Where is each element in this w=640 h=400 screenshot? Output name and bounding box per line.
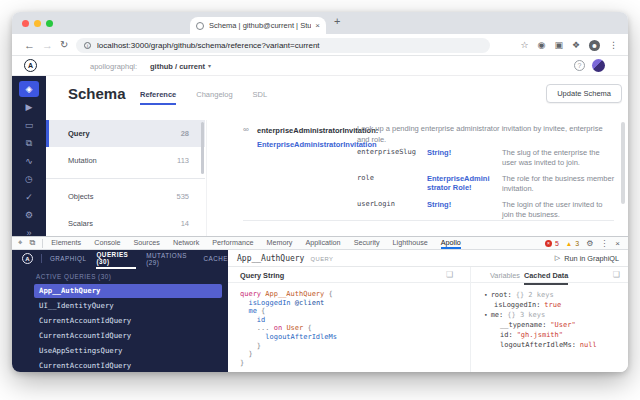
maximize-window-button[interactable]: [46, 20, 53, 27]
fields-icon[interactable]: ▭: [19, 117, 39, 133]
query-list-item[interactable]: CurrentAccountIdQuery: [34, 359, 222, 372]
graph-selector[interactable]: github / current: [150, 62, 205, 71]
devtools-toolbar: ⌖ ⧉ ElementsConsoleSourcesNetworkPerform…: [12, 236, 628, 250]
apollo-nav-cache[interactable]: CACHE: [203, 252, 228, 264]
code-line: }: [240, 350, 337, 359]
history-icon[interactable]: ◷: [19, 171, 39, 187]
query-list-item[interactable]: UseAppSettingsQuery: [34, 344, 222, 358]
code-token: on: [274, 324, 282, 332]
error-count: 5: [555, 240, 559, 247]
inspect-element-icon[interactable]: ⌖: [18, 238, 23, 248]
tab-changelog[interactable]: Changelog: [196, 90, 232, 105]
reload-icon[interactable]: ↻: [60, 38, 68, 52]
new-tab-button[interactable]: +: [334, 15, 340, 27]
device-toolbar-icon[interactable]: ⧉: [30, 238, 36, 248]
explorer-icon[interactable]: ▶: [19, 99, 39, 115]
run-in-graphiql-button[interactable]: ▷ Run in GraphiQL: [555, 254, 619, 263]
devtools-tab-lighthouse[interactable]: Lighthouse: [393, 237, 428, 249]
minimize-window-button[interactable]: [34, 20, 41, 27]
link-icon[interactable]: ∞: [243, 125, 249, 134]
active-queries-label: ACTIVE QUERIES (30): [36, 273, 111, 280]
info-icon[interactable]: i: [84, 42, 91, 49]
devtools-settings-icon[interactable]: ⚙: [586, 239, 593, 248]
devtools-tab-security[interactable]: Security: [354, 237, 380, 249]
cache-line[interactable]: •me:{} 3 keys: [484, 310, 597, 320]
tab-variables[interactable]: Variables: [490, 271, 520, 280]
tab-sdl[interactable]: SDL: [253, 90, 268, 105]
chevron-down-icon[interactable]: ▾: [208, 62, 211, 69]
devtools-tab-memory[interactable]: Memory: [266, 237, 292, 249]
cast-icon[interactable]: ▣: [554, 40, 563, 50]
apollo-nav-mutations-29-[interactable]: MUTATIONS (29): [146, 250, 193, 268]
user-avatar[interactable]: [592, 59, 605, 72]
devtools-tab-network[interactable]: Network: [173, 237, 199, 249]
copy-icon[interactable]: ❏: [446, 270, 453, 279]
type-list-scrollbar[interactable]: [201, 122, 204, 174]
devtools-tabs: ElementsConsoleSourcesNetworkPerformance…: [51, 237, 461, 249]
copy-icon[interactable]: ❏: [613, 270, 620, 279]
warning-icon[interactable]: ▲: [566, 240, 572, 247]
tab-close-icon[interactable]: ×: [315, 21, 320, 30]
app-body: ◈▶▭⧉∿◷✓⚙» Schema ReferenceChangelogSDL U…: [12, 76, 628, 236]
tab-title: Schema | github@current | Stu: [209, 21, 311, 30]
argument-type-link[interactable]: String!: [427, 200, 499, 220]
query-list-item[interactable]: App__AuthQuery: [34, 284, 222, 298]
type-list-item-scalars[interactable]: Scalars14: [46, 210, 205, 236]
argument-type-link[interactable]: EnterpriseAdministrator Role!: [427, 174, 499, 194]
extensions-puzzle-icon[interactable]: ❖: [572, 40, 580, 50]
tab-reference[interactable]: Reference: [140, 90, 176, 105]
devtools-tab-apollo[interactable]: Apollo: [441, 237, 461, 249]
clients-icon[interactable]: ⧉: [19, 135, 39, 151]
devtools-close-icon[interactable]: ×: [615, 239, 620, 248]
expand-icon[interactable]: •: [484, 311, 488, 318]
code-token: }: [240, 359, 244, 367]
code-line: }: [240, 359, 337, 368]
devtools-tab-console[interactable]: Console: [94, 237, 120, 249]
detail-scrollbar[interactable]: [621, 122, 625, 204]
extension-badge-icon[interactable]: ◉: [538, 40, 546, 50]
query-kind-badge: QUERY: [310, 255, 333, 262]
code-token: App__AuthQuery: [265, 290, 324, 298]
update-schema-button[interactable]: Update Schema: [546, 84, 622, 103]
devtools-tab-performance[interactable]: Performance: [212, 237, 253, 249]
query-list-item[interactable]: CurrentAccountIdQuery: [34, 314, 222, 328]
code-token: me: [248, 307, 256, 315]
type-name: Scalars: [68, 219, 93, 228]
profile-avatar[interactable]: ☻: [589, 40, 600, 51]
chrome-menu-icon[interactable]: ⋮: [609, 40, 618, 50]
devtools-tab-elements[interactable]: Elements: [51, 237, 81, 249]
type-list-item-objects[interactable]: Objects535: [46, 183, 205, 210]
browser-tab[interactable]: Schema | github@current | Stu ×: [190, 17, 326, 34]
cached-data-tree: •root:{} 2 keysisLoggedIn:true•me:{} 3 k…: [484, 290, 597, 350]
divider: [470, 267, 471, 372]
settings-icon[interactable]: ⚙: [19, 207, 39, 223]
type-list-item-mutation[interactable]: Mutation113: [46, 147, 205, 174]
apollo-nav-graphiql[interactable]: GRAPHIQL: [50, 252, 87, 264]
schema-icon[interactable]: ◈: [19, 81, 39, 97]
close-window-button[interactable]: [22, 20, 29, 27]
type-list-item-query[interactable]: Query28: [46, 120, 205, 147]
query-list-item[interactable]: CurrentAccountIdQuery: [34, 329, 222, 343]
expand-icon[interactable]: •: [484, 291, 488, 298]
operations-icon[interactable]: ∿: [19, 153, 39, 169]
help-icon[interactable]: ?: [574, 60, 585, 71]
error-icon[interactable]: ×: [545, 240, 552, 247]
cache-value: null: [580, 341, 597, 349]
tab-cached-data[interactable]: Cached Data: [524, 271, 568, 285]
checks-icon[interactable]: ✓: [19, 189, 39, 205]
bookmark-star-icon[interactable]: ☆: [520, 40, 528, 50]
query-list-item[interactable]: UI__IdentityQuery: [34, 299, 222, 313]
type-count: 113: [177, 156, 189, 165]
address-input[interactable]: i localhost:3000/graph/github/schema/ref…: [76, 38, 490, 53]
apollo-nav-queries-30-[interactable]: QUERIES (30): [96, 250, 136, 269]
code-token: User: [286, 324, 303, 332]
cache-line[interactable]: •root:{} 2 keys: [484, 290, 597, 300]
back-icon[interactable]: ←: [24, 38, 35, 52]
argument-type-link[interactable]: String!: [427, 148, 499, 168]
cache-line: id:"gh.jsmith": [484, 330, 597, 340]
devtools-tab-application[interactable]: Application: [305, 237, 340, 249]
devtools-menu-icon[interactable]: ⋮: [600, 239, 608, 248]
devtools-tab-sources[interactable]: Sources: [134, 237, 160, 249]
forward-icon[interactable]: →: [42, 38, 53, 52]
code-token: }: [240, 342, 261, 350]
